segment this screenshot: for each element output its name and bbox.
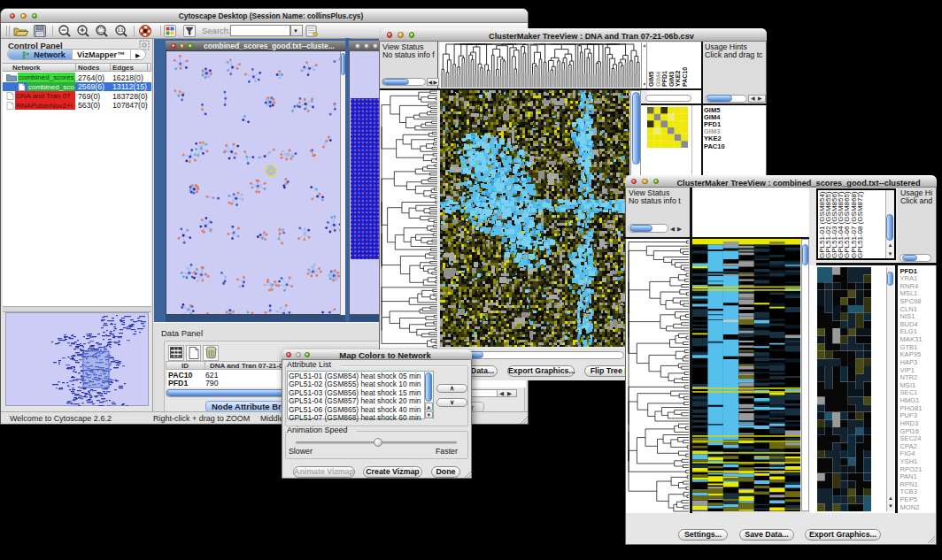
svg-text:1:1: 1:1: [118, 28, 124, 33]
